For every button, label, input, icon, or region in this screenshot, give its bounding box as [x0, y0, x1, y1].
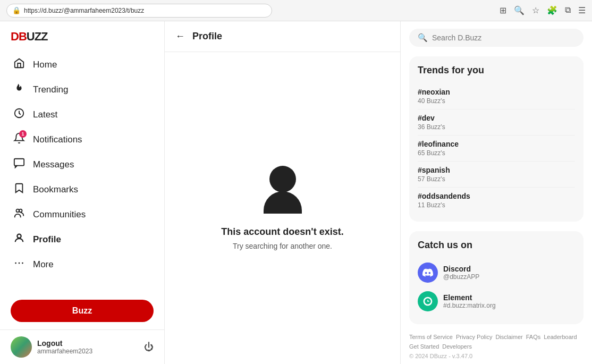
- split-icon[interactable]: ⧉: [565, 5, 571, 15]
- main-content: ← Profile This account doesn't exist. Tr…: [165, 21, 401, 364]
- catch-us-title: Catch us on: [418, 240, 575, 251]
- app-layout: DBUZZ Home Trending La: [0, 21, 592, 364]
- back-button[interactable]: ←: [175, 31, 185, 42]
- ghost-head: [269, 166, 296, 192]
- element-name: Element: [443, 293, 496, 302]
- sidebar-label-messages: Messages: [33, 159, 74, 170]
- discord-item[interactable]: Discord @dbuzzAPP: [418, 258, 575, 287]
- svg-rect-1: [14, 159, 24, 166]
- footer-link-leaderboard[interactable]: Leaderboard: [544, 334, 577, 340]
- footer-link-faqs[interactable]: FAQs: [526, 334, 541, 340]
- svg-point-5: [15, 263, 16, 264]
- sidebar-label-trending: Trending: [33, 84, 68, 95]
- sidebar-label-profile: Profile: [33, 234, 61, 245]
- sidebar-item-profile[interactable]: Profile: [5, 227, 159, 252]
- more-icon: [13, 257, 26, 272]
- sidebar-label-more: More: [33, 259, 54, 270]
- lock-icon: 🔒: [12, 6, 21, 14]
- browser-toolbar-icons: ⊞ 🔍 ☆ 🧩 ⧉ ☰: [500, 5, 586, 15]
- ghost-avatar: [261, 166, 304, 214]
- discord-name: Discord: [443, 265, 479, 273]
- trend-item-3[interactable]: #spanish 57 Buzz's: [418, 162, 575, 188]
- sidebar-label-bookmarks: Bookmarks: [33, 184, 78, 195]
- trend-tag-2: #leofinance: [418, 140, 575, 148]
- trend-tag-0: #neoxian: [418, 88, 575, 96]
- profile-header: ← Profile: [165, 21, 400, 52]
- trends-box: Trends for you #neoxian 40 Buzz's #dev 3…: [409, 56, 583, 222]
- sidebar-item-messages[interactable]: Messages: [5, 152, 159, 177]
- footer-link-developers[interactable]: Developers: [442, 343, 472, 350]
- trend-item-2[interactable]: #leofinance 65 Buzz's: [418, 136, 575, 162]
- user-handle: ammarfaheem2023: [37, 348, 139, 355]
- svg-point-3: [19, 209, 22, 213]
- sidebar-item-trending[interactable]: Trending: [5, 77, 159, 102]
- search-icon: 🔍: [418, 33, 428, 43]
- not-found-title: This account doesn't exist.: [221, 226, 343, 238]
- sidebar-item-home[interactable]: Home: [5, 52, 159, 77]
- sidebar-item-latest[interactable]: Latest: [5, 102, 159, 127]
- discord-handle: @dbuzzAPP: [443, 273, 479, 281]
- star-icon[interactable]: ☆: [532, 5, 539, 15]
- sidebar-label-notifications: Notifications: [33, 134, 82, 145]
- catch-us-box: Catch us on Discord @dbuzzAPP Element #d…: [409, 231, 583, 324]
- sidebar-label-latest: Latest: [33, 109, 57, 120]
- buzz-button[interactable]: Buzz: [11, 300, 154, 322]
- message-icon: [13, 157, 26, 172]
- element-icon: [418, 291, 438, 311]
- sidebar-item-notifications[interactable]: 1 Notifications: [5, 127, 159, 152]
- trends-title: Trends for you: [418, 65, 575, 76]
- power-icon[interactable]: ⏻: [144, 342, 154, 353]
- element-item[interactable]: Element #d.buzz:matrix.org: [418, 287, 575, 316]
- trend-count-4: 11 Buzz's: [418, 201, 575, 209]
- bell-icon: 1: [13, 132, 26, 147]
- page-title: Profile: [192, 31, 222, 42]
- footer-link-terms[interactable]: Terms of Service: [409, 334, 453, 340]
- sidebar-item-more[interactable]: More: [5, 252, 159, 277]
- browser-bar: 🔒 https://d.buzz/@ammarfaheem2023/t/buzz…: [0, 0, 592, 21]
- bookmark-icon: [13, 182, 26, 197]
- sidebar-item-communities[interactable]: Communities: [5, 202, 159, 227]
- footer-link-privacy[interactable]: Privacy Policy: [456, 334, 492, 340]
- sidebar-label-home: Home: [33, 60, 57, 70]
- logo-db: DB: [11, 30, 27, 44]
- footer-copyright: © 2024 DBuzz - v.3.47.0: [409, 353, 583, 359]
- extensions-icon[interactable]: 🧩: [547, 5, 557, 15]
- fire-icon: [13, 82, 26, 97]
- svg-point-4: [17, 234, 21, 238]
- sidebar-item-bookmarks[interactable]: Bookmarks: [5, 177, 159, 202]
- footer-link-disclaimer[interactable]: Disclaimer: [495, 334, 522, 340]
- search-bar[interactable]: 🔍: [409, 29, 583, 47]
- trend-count-0: 40 Buzz's: [418, 97, 575, 105]
- trend-count-3: 57 Buzz's: [418, 175, 575, 183]
- not-found-area: This account doesn't exist. Try searchin…: [165, 52, 400, 364]
- trend-count-2: 65 Buzz's: [418, 149, 575, 157]
- search-input[interactable]: [432, 33, 575, 42]
- user-info: Logout ammarfaheem2023: [37, 339, 139, 355]
- trend-tag-1: #dev: [418, 114, 575, 122]
- url-text: https://d.buzz/@ammarfaheem2023/t/buzz: [24, 7, 144, 14]
- sidebar-footer: Logout ammarfaheem2023 ⏻: [0, 329, 164, 364]
- communities-icon: [13, 207, 26, 222]
- trend-tag-3: #spanish: [418, 166, 575, 174]
- home-icon: [13, 57, 26, 72]
- logo-buzz: UZZ: [27, 30, 48, 44]
- grid-icon[interactable]: ⊞: [500, 5, 506, 15]
- nav-items: Home Trending Latest 1: [0, 52, 164, 292]
- not-found-subtitle: Try searching for another one.: [233, 242, 332, 250]
- trend-count-1: 36 Buzz's: [418, 123, 575, 131]
- footer-link-getstarted[interactable]: Get Started: [409, 343, 439, 350]
- right-panel: 🔍 Trends for you #neoxian 40 Buzz's #dev…: [401, 21, 592, 364]
- sidebar-toggle-icon[interactable]: ☰: [578, 5, 586, 15]
- url-bar[interactable]: 🔒 https://d.buzz/@ammarfaheem2023/t/buzz: [6, 4, 272, 18]
- trend-item-1[interactable]: #dev 36 Buzz's: [418, 109, 575, 136]
- search-toolbar-icon[interactable]: 🔍: [514, 5, 525, 15]
- ghost-body: [264, 191, 302, 214]
- trend-item-4[interactable]: #oddsandends 11 Buzz's: [418, 188, 575, 213]
- sidebar: DBUZZ Home Trending La: [0, 21, 165, 364]
- logo: DBUZZ: [0, 30, 164, 52]
- svg-point-6: [19, 263, 20, 264]
- trend-item-0[interactable]: #neoxian 40 Buzz's: [418, 83, 575, 109]
- discord-info: Discord @dbuzzAPP: [443, 265, 479, 281]
- profile-icon: [13, 232, 26, 247]
- notification-badge: 1: [19, 130, 27, 138]
